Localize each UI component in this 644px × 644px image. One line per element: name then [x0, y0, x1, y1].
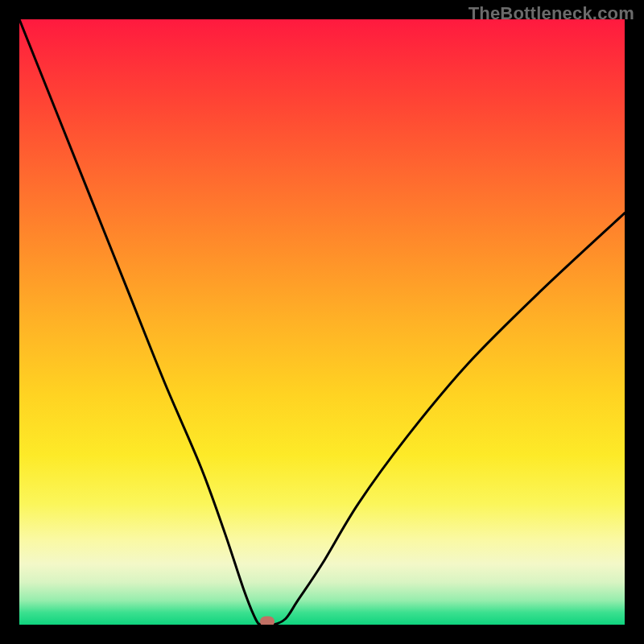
watermark-text: TheBottleneck.com — [469, 3, 634, 24]
plot-area — [19, 19, 625, 625]
optimal-point-marker — [260, 617, 275, 625]
chart-frame: TheBottleneck.com — [0, 0, 644, 644]
bottleneck-curve — [19, 19, 625, 625]
